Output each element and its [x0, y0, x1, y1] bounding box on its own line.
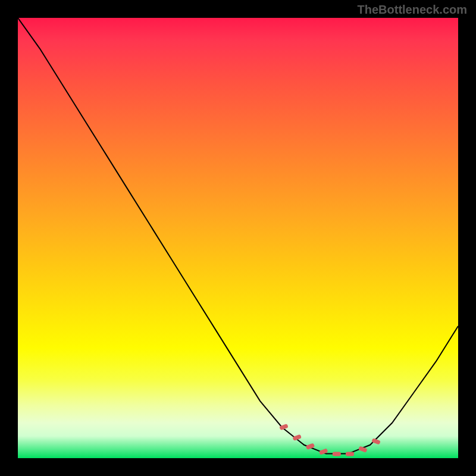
- watermark-text: TheBottleneck.com: [358, 3, 467, 17]
- svg-rect-4: [333, 452, 341, 456]
- chart-container: [18, 18, 458, 458]
- bottleneck-curve: [18, 18, 458, 458]
- svg-rect-5: [346, 452, 354, 456]
